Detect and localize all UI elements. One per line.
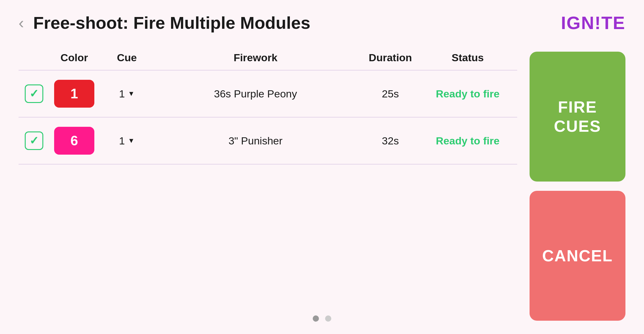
pagination-dot-1[interactable] bbox=[313, 315, 319, 322]
fire-cues-label: FIRECUES bbox=[554, 97, 601, 136]
row2-checkmark: ✓ bbox=[29, 134, 39, 147]
row2-dropdown-arrow: ▼ bbox=[128, 137, 135, 145]
row2-status-cell: Ready to fire bbox=[424, 135, 511, 147]
col-header-status: Status bbox=[424, 52, 511, 64]
table-header: Color Cue Firework Duration Status bbox=[19, 52, 517, 71]
row2-checkbox-cell: ✓ bbox=[25, 131, 49, 150]
col-header-cue: Cue bbox=[99, 52, 155, 64]
page-title: Free-shoot: Fire Multiple Modules bbox=[33, 13, 310, 33]
cancel-label: CANCEL bbox=[542, 246, 613, 265]
row1-checkbox-cell: ✓ bbox=[25, 84, 49, 103]
row1-cue-selector[interactable]: 1 ▼ bbox=[119, 88, 135, 100]
back-button[interactable]: ‹ bbox=[19, 15, 24, 31]
row1-duration: 25s bbox=[382, 88, 399, 100]
table-row: ✓ 1 1 ▼ 36s Purple Peony bbox=[19, 71, 517, 118]
right-panel: FIRECUES CANCEL bbox=[530, 52, 625, 322]
row2-cue-value: 1 bbox=[119, 135, 125, 147]
row2-duration: 32s bbox=[382, 135, 399, 147]
row1-firework-cell: 36s Purple Peony bbox=[155, 88, 356, 100]
row1-color-number: 1 bbox=[71, 86, 78, 101]
header-left: ‹ Free-shoot: Fire Multiple Modules bbox=[19, 13, 310, 33]
table-area: Color Cue Firework Duration Status ✓ 1 bbox=[19, 52, 517, 322]
logo: IGN!TE bbox=[561, 12, 625, 33]
row1-checkmark: ✓ bbox=[29, 87, 39, 100]
row1-cue-value: 1 bbox=[119, 88, 125, 100]
col-header-firework: Firework bbox=[155, 52, 356, 64]
row2-status: Ready to fire bbox=[436, 135, 500, 147]
table-row: ✓ 6 1 ▼ 3" Punisher bbox=[19, 118, 517, 165]
row1-color-badge: 1 bbox=[54, 80, 94, 108]
row1-duration-cell: 25s bbox=[356, 88, 424, 100]
cancel-button[interactable]: CANCEL bbox=[530, 191, 625, 321]
row1-cue-cell: 1 ▼ bbox=[99, 88, 155, 100]
row1-color-cell: 1 bbox=[49, 80, 99, 108]
fire-cues-button[interactable]: FIRECUES bbox=[530, 52, 625, 182]
row2-firework-cell: 3" Punisher bbox=[155, 135, 356, 147]
pagination-dot-2[interactable] bbox=[325, 315, 331, 322]
row2-color-cell: 6 bbox=[49, 127, 99, 155]
col-header-checkbox bbox=[25, 52, 49, 64]
main-content: Color Cue Firework Duration Status ✓ 1 bbox=[19, 52, 625, 322]
page-container: ‹ Free-shoot: Fire Multiple Modules IGN!… bbox=[0, 0, 644, 334]
row1-status: Ready to fire bbox=[436, 88, 500, 100]
pagination bbox=[313, 315, 331, 322]
row2-duration-cell: 32s bbox=[356, 135, 424, 147]
row1-dropdown-arrow: ▼ bbox=[128, 90, 135, 98]
row2-checkbox[interactable]: ✓ bbox=[25, 131, 43, 150]
row1-status-cell: Ready to fire bbox=[424, 88, 511, 100]
row2-cue-selector[interactable]: 1 ▼ bbox=[119, 135, 135, 147]
row2-cue-cell: 1 ▼ bbox=[99, 135, 155, 147]
col-header-color: Color bbox=[49, 52, 99, 64]
col-header-duration: Duration bbox=[356, 52, 424, 64]
row2-color-badge: 6 bbox=[54, 127, 94, 155]
row1-firework-name: 36s Purple Peony bbox=[214, 88, 297, 100]
header: ‹ Free-shoot: Fire Multiple Modules IGN!… bbox=[19, 12, 625, 33]
row1-checkbox[interactable]: ✓ bbox=[25, 84, 43, 103]
row2-firework-name: 3" Punisher bbox=[229, 135, 283, 147]
row2-color-number: 6 bbox=[71, 133, 78, 148]
